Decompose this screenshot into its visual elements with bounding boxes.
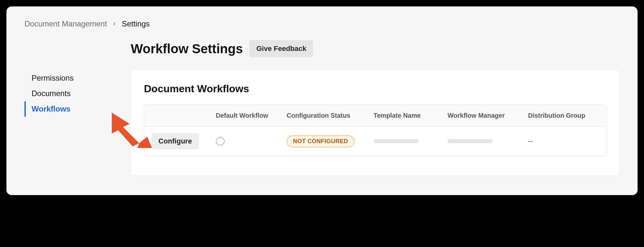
th-action (144, 105, 209, 126)
th-template-name: Template Name (366, 105, 440, 126)
th-workflow-manager: Workflow Manager (440, 105, 521, 126)
breadcrumb-current: Settings (122, 19, 150, 28)
panel-title: Document Workflows (144, 83, 606, 95)
page-title: Workflow Settings (131, 42, 243, 56)
th-default-workflow: Default Workflow (209, 105, 279, 126)
distribution-group-value: -- (528, 137, 533, 145)
chevron-right-icon (112, 20, 117, 28)
give-feedback-button[interactable]: Give Feedback (249, 40, 313, 57)
app-frame: Document Management Settings Workflow Se… (6, 6, 638, 195)
settings-sidebar: Permissions Documents Workflows (24, 70, 131, 176)
sidebar-item-workflows[interactable]: Workflows (24, 101, 131, 117)
template-name-placeholder (374, 139, 419, 143)
th-configuration-status: Configuration Status (279, 105, 366, 126)
th-distribution-group: Distribution Group (521, 105, 606, 126)
workflows-table: Default Workflow Configuration Status Te… (144, 104, 606, 156)
breadcrumb-parent[interactable]: Document Management (24, 19, 107, 28)
table-header: Default Workflow Configuration Status Te… (144, 105, 606, 127)
configure-button[interactable]: Configure (151, 133, 199, 149)
table-row: Configure NOT CONFIGURED -- (144, 127, 606, 156)
page-header: Workflow Settings Give Feedback (131, 40, 620, 57)
workflow-manager-placeholder (448, 139, 493, 143)
sidebar-item-permissions[interactable]: Permissions (24, 70, 131, 86)
default-workflow-radio[interactable] (216, 137, 225, 146)
status-badge: NOT CONFIGURED (287, 135, 355, 147)
workflows-panel: Document Workflows Default Workflow Conf… (131, 70, 620, 176)
sidebar-item-documents[interactable]: Documents (24, 86, 131, 101)
breadcrumb: Document Management Settings (24, 19, 620, 28)
